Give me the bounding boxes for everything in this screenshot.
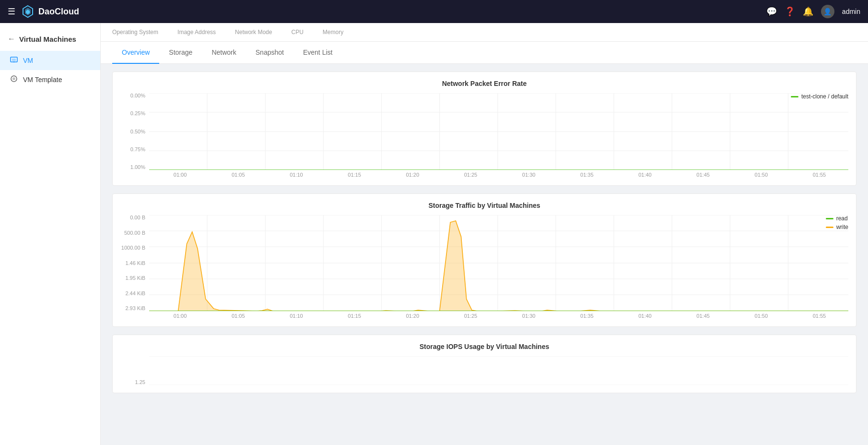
st-x0: 01:00 [151,313,209,319]
info-col-network: Network Mode [235,29,272,36]
storage-iops-chart-inner [149,356,848,385]
storage-traffic-chart-inner: 01:00 01:05 01:10 01:15 01:20 01:25 01:3… [149,215,848,319]
sidebar-item-vm-label: VM [23,57,33,64]
st-x3: 01:15 [326,313,384,319]
y-label-0: 0.00% [120,93,145,98]
x-label-0: 01:00 [151,172,209,178]
st-x5: 01:25 [442,313,500,319]
memory-label: Memory [323,29,343,36]
charts-container: Network Packet Error Rate test-clone / d… [101,64,868,401]
network-packet-error-chart: Network Packet Error Rate test-clone / d… [112,72,856,186]
storage-traffic-svg [149,215,848,311]
iops-y1: 1.25 [120,380,145,385]
storage-traffic-chart: Storage Traffic by Virtual Machines read… [112,193,856,327]
cpu-label: CPU [291,29,303,36]
st-x4: 01:20 [384,313,442,319]
image-label: Image Address [177,29,216,36]
st-x9: 01:45 [674,313,732,319]
help-icon[interactable]: ❓ [785,6,795,17]
sidebar: ← Virtual Machines VM VM Template [0,23,101,445]
hamburger-icon[interactable]: ☰ [8,6,15,17]
x-label-7: 01:35 [558,172,616,178]
st-x7: 01:35 [558,313,616,319]
svg-marker-42 [149,221,848,311]
app-logo: DaoCloud [21,5,79,18]
sidebar-item-vm-template[interactable]: VM Template [0,70,100,89]
app-title: DaoCloud [38,7,79,17]
st-x10: 01:50 [732,313,790,319]
x-label-9: 01:45 [674,172,732,178]
network-error-svg [149,93,848,170]
x-label-2: 01:10 [267,172,325,178]
chart-area-storage-traffic: read write 2.93 KiB 2.44 KiB 1.95 KiB 1.… [120,215,848,319]
top-nav-right: 💬 ❓ 🔔 👤 admin [766,5,860,18]
svg-point-7 [12,77,15,80]
y-axis-network-error: 1.00% 0.75% 0.50% 0.25% 0.00% [120,93,149,170]
sidebar-item-vm[interactable]: VM [0,51,100,70]
tab-event-list[interactable]: Event List [293,42,342,64]
admin-label: admin [842,8,860,15]
y-label-2: 0.50% [120,129,145,134]
info-col-cpu: CPU [291,29,303,36]
info-col-os: Operating System [112,29,158,36]
network-error-chart-inner: 01:00 01:05 01:10 01:15 01:20 01:25 01:3… [149,93,848,178]
chart-title-storage-iops: Storage IOPS Usage by Virtual Machines [120,343,848,350]
st-y3: 1.46 KiB [120,261,145,266]
top-nav: ☰ DaoCloud 💬 ❓ 🔔 👤 admin [0,0,868,23]
st-x11: 01:55 [790,313,848,319]
tab-network[interactable]: Network [202,42,246,64]
x-label-4: 01:20 [384,172,442,178]
st-x8: 01:40 [616,313,674,319]
tab-snapshot[interactable]: Snapshot [246,42,293,64]
st-y2: 1000.00 B [120,245,145,251]
template-icon [10,75,18,84]
y-axis-storage-iops: 1.25 [120,356,149,385]
x-label-11: 01:55 [790,172,848,178]
x-label-10: 01:50 [732,172,790,178]
tab-overview[interactable]: Overview [112,42,159,64]
x-label-5: 01:25 [442,172,500,178]
sidebar-title: Virtual Machines [19,35,76,43]
x-axis-network-error: 01:00 01:05 01:10 01:15 01:20 01:25 01:3… [149,170,848,178]
chat-icon[interactable]: 💬 [766,6,777,17]
info-col-image: Image Address [177,29,216,36]
x-label-6: 01:30 [500,172,558,178]
info-bar: Operating System Image Address Network M… [101,23,868,42]
tab-storage[interactable]: Storage [159,42,202,64]
y-label-1: 0.25% [120,111,145,116]
x-label-3: 01:15 [326,172,384,178]
vm-icon [10,56,18,65]
main-layout: ← Virtual Machines VM VM Template [0,23,868,445]
storage-iops-svg [149,356,848,385]
sidebar-item-template-label: VM Template [23,76,62,84]
svg-rect-4 [12,59,16,61]
avatar[interactable]: 👤 [821,5,834,18]
x-axis-storage-traffic: 01:00 01:05 01:10 01:15 01:20 01:25 01:3… [149,311,848,319]
chart-title-storage-traffic: Storage Traffic by Virtual Machines [120,202,848,209]
storage-iops-chart: Storage IOPS Usage by Virtual Machines 1… [112,335,856,393]
chart-area-network-error: test-clone / default 1.00% 0.75% 0.50% 0… [120,93,848,178]
y-label-4: 1.00% [120,165,145,170]
st-y4: 1.95 KiB [120,276,145,281]
network-mode-label: Network Mode [235,29,272,36]
st-y1: 500.00 B [120,230,145,236]
bell-icon[interactable]: 🔔 [803,6,813,17]
y-axis-storage-traffic: 2.93 KiB 2.44 KiB 1.95 KiB 1.46 KiB 1000… [120,215,149,311]
st-x1: 01:05 [209,313,267,319]
chart-title-network-error: Network Packet Error Rate [120,80,848,87]
storage-iops-svg-wrapper: 1.25 [120,356,848,385]
st-x6: 01:30 [500,313,558,319]
st-y6: 2.93 KiB [120,306,145,311]
x-label-1: 01:05 [209,172,267,178]
st-x2: 01:10 [267,313,325,319]
storage-traffic-svg-wrapper: 2.93 KiB 2.44 KiB 1.95 KiB 1.46 KiB 1000… [120,215,848,319]
network-error-svg-wrapper: 1.00% 0.75% 0.50% 0.25% 0.00% [120,93,848,178]
os-label: Operating System [112,29,158,36]
x-label-8: 01:40 [616,172,674,178]
tab-bar: Overview Storage Network Snapshot Event … [101,42,868,64]
logo-svg [21,5,35,18]
back-arrow-icon: ← [8,35,15,43]
st-y5: 2.44 KiB [120,291,145,296]
sidebar-header[interactable]: ← Virtual Machines [0,31,100,51]
y-label-3: 0.75% [120,147,145,152]
